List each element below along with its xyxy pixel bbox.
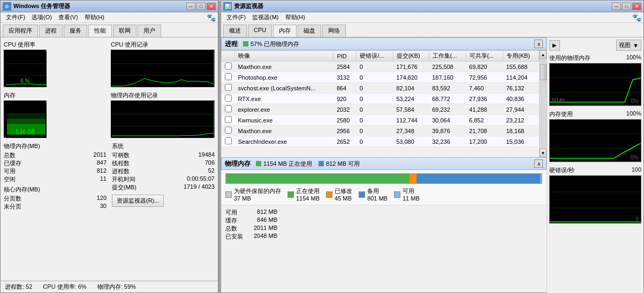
rm-menu-help[interactable]: 帮助(H) xyxy=(282,12,308,22)
row-working: 69,232 xyxy=(429,104,466,115)
col-working[interactable]: 工作集(... xyxy=(429,51,466,61)
menu-options[interactable]: 选项(O) xyxy=(28,12,55,22)
row-check[interactable] xyxy=(222,94,235,104)
rm-maximize-button[interactable]: □ xyxy=(622,3,631,10)
physmem-section-header: 物理内存 1154 MB 正在使用 812 MB 可用 ∧ xyxy=(221,157,547,170)
menu-help[interactable]: 帮助(H) xyxy=(81,12,108,22)
col-pid[interactable]: PID xyxy=(334,51,357,61)
minimize-button[interactable]: ─ xyxy=(186,3,195,10)
mem-detail-installed: 已安装 2048 MB xyxy=(225,233,277,241)
resource-monitor-button[interactable]: 资源监视器(R)... xyxy=(112,195,164,207)
rm-tab-disk[interactable]: 磁盘 xyxy=(298,25,321,37)
legend-free: 可用 11 MB xyxy=(394,187,420,202)
row-pid: 2580 xyxy=(334,115,357,126)
process-area: 映像 PID 硬错误/... 提交(KB) 工作集(... 可共享(... 专用… xyxy=(221,50,547,157)
row-commit: 112,744 xyxy=(393,115,429,126)
rm-close-button[interactable]: ✕ xyxy=(632,3,641,10)
row-image: Photoshop.exe xyxy=(235,72,334,83)
scrollbar-down[interactable]: ▼ xyxy=(540,149,547,157)
nav-arrow-button[interactable]: ▶ xyxy=(549,40,560,51)
rm-menu-file[interactable]: 文件(F) xyxy=(223,12,249,22)
menu-file[interactable]: 文件(F) xyxy=(3,12,28,22)
table-row[interactable]: Kwmusic.exe 2580 0 112,744 30,064 6,852 … xyxy=(222,115,539,126)
row-commit: 82,104 xyxy=(393,83,429,94)
physmem-section-expand[interactable]: ∧ xyxy=(534,159,543,168)
row-pid: 2032 xyxy=(334,104,357,115)
resource-monitor-icon: 📊 xyxy=(223,2,232,11)
col-check[interactable] xyxy=(222,51,235,61)
mem-available-value: 812 MB xyxy=(257,209,277,217)
rm-tab-memory[interactable]: 内存 xyxy=(273,25,297,37)
tab-applications[interactable]: 应用程序 xyxy=(3,25,38,37)
row-private: 40,836 xyxy=(503,94,539,104)
table-row[interactable]: RTX.exe 920 0 53,224 68,772 27,936 40,83… xyxy=(222,94,539,104)
rm-tab-overview[interactable]: 概述 xyxy=(223,25,247,37)
tab-services[interactable]: 服务 xyxy=(64,25,87,37)
process-section-status: 57% 已用物理内存 xyxy=(251,40,299,48)
right-memusage-percent: 100% xyxy=(626,110,641,118)
table-row[interactable]: Maxthon.exe 2584 0 171,676 225,508 69,82… xyxy=(222,61,539,72)
membar-hardware xyxy=(226,174,232,183)
tab-networking[interactable]: 联网 xyxy=(113,25,137,37)
col-hardfault[interactable]: 硬错误/... xyxy=(357,51,393,61)
task-manager-menubar: 文件(F) 选项(O) 查看(V) 帮助(H) 🐾 xyxy=(1,12,218,23)
task-manager-tabs: 应用程序 进程 服务 性能 联网 用户 xyxy=(1,23,218,37)
system-stats: 系统 可柄数 19484 线程数 706 进程数 52 开机时间 0:00:55… xyxy=(112,142,215,211)
menu-view[interactable]: 查看(V) xyxy=(55,12,81,22)
process-status-dot xyxy=(243,41,248,47)
process-scrollbar[interactable]: ▲ ▼ xyxy=(539,50,547,157)
table-row[interactable]: Photoshop.exe 3132 0 174,820 187,160 72,… xyxy=(222,72,539,83)
memory-history-graph xyxy=(111,101,215,138)
memory-usage-section: 内存 1.16 GB xyxy=(4,91,108,138)
row-shareable: 17,200 xyxy=(466,136,503,147)
col-private[interactable]: 专用(KB) xyxy=(503,51,539,61)
cpu-history-section: CPU 使用记录 xyxy=(111,41,215,87)
row-check[interactable] xyxy=(222,83,235,94)
view-dropdown[interactable]: 视图 ▼ xyxy=(616,40,641,51)
table-row[interactable]: Maxthon.exe 2956 0 27,348 39,876 21,708 … xyxy=(222,126,539,136)
row-check[interactable] xyxy=(222,136,235,147)
row-check[interactable] xyxy=(222,115,235,126)
memory-details: 可用 812 MB 缓存 846 MB 总数 2011 MB 已安装 2048 … xyxy=(221,205,547,244)
scrollbar-up[interactable]: ▲ xyxy=(540,50,547,59)
tab-users[interactable]: 用户 xyxy=(138,25,161,37)
system-title: 系统 xyxy=(112,142,215,150)
col-shareable[interactable]: 可共享(... xyxy=(466,51,503,61)
row-commit: 53,080 xyxy=(393,136,429,147)
tab-performance[interactable]: 性能 xyxy=(88,25,112,37)
table-row[interactable]: svchost.exe (LocalSystemN... 864 0 82,10… xyxy=(222,83,539,94)
close-button[interactable]: ✕ xyxy=(207,3,216,10)
rm-minimize-button[interactable]: ─ xyxy=(612,3,621,10)
col-commit[interactable]: 提交(KB) xyxy=(393,51,429,61)
rm-tab-network[interactable]: 网络 xyxy=(322,25,346,37)
row-check[interactable] xyxy=(222,61,235,72)
task-manager-icon: ⊞ xyxy=(3,2,11,11)
scrollbar-track[interactable] xyxy=(540,59,547,149)
rm-tab-cpu[interactable]: CPU xyxy=(248,25,272,37)
maximize-button[interactable]: □ xyxy=(196,3,206,10)
row-check[interactable] xyxy=(222,104,235,115)
status-memory: 物理内存: 59% xyxy=(97,283,136,291)
legend-standby: 备用 801 MB xyxy=(359,187,388,202)
phys-stat-cached: 已缓存 847 xyxy=(4,159,107,167)
row-check[interactable] xyxy=(222,126,235,136)
rm-menu-monitor[interactable]: 监视器(M) xyxy=(249,12,282,22)
row-hardfault: 0 xyxy=(357,126,393,136)
membar-free xyxy=(540,174,542,183)
col-image[interactable]: 映像 xyxy=(235,51,334,61)
memory-usage-graph: 1.16 GB xyxy=(4,101,47,138)
right-graph-physmem-label: 使用的物理内存 100% xyxy=(549,54,641,62)
resource-monitor-tabs: 概述 CPU 内存 磁盘 网络 xyxy=(221,23,643,37)
phys-stat-available: 可用 812 xyxy=(4,167,107,175)
row-check[interactable] xyxy=(222,72,235,83)
row-shareable: 72,956 xyxy=(466,72,503,83)
process-section-expand[interactable]: ∧ xyxy=(534,40,543,48)
rm-right-panel: ▶ 视图 ▼ 使用的物理内存 100% xyxy=(547,37,643,293)
mem-detail-col-1: 可用 812 MB 缓存 846 MB 总数 2011 MB 已安装 2048 … xyxy=(225,209,277,241)
status-processes: 进程数: 52 xyxy=(5,283,32,291)
table-row[interactable]: explorer.exe 2032 0 57,584 69,232 41,288… xyxy=(222,104,539,115)
scrollbar-thumb[interactable] xyxy=(540,64,547,80)
table-row[interactable]: SearchIndexer.exe 2652 0 53,080 32,236 1… xyxy=(222,136,539,147)
right-graph-memusage: 内存使用 100% 0% xyxy=(549,110,641,162)
tab-processes[interactable]: 进程 xyxy=(39,25,63,37)
